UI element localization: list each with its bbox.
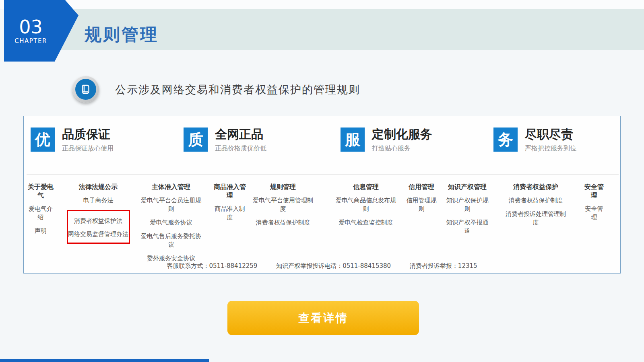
nav-link[interactable]: 爱电气售后服务委托协议 bbox=[139, 232, 203, 249]
nav-link[interactable]: 爱电气检查监控制度 bbox=[334, 218, 398, 227]
nav-link[interactable]: 网络交易监督管理办法 bbox=[68, 230, 129, 239]
nav-header[interactable]: 商品准入管理 bbox=[212, 183, 248, 200]
nav-link[interactable]: 爱电气介绍 bbox=[27, 205, 55, 222]
nav-link[interactable]: 消费者投诉处理管理制度 bbox=[504, 210, 568, 227]
nav-header[interactable]: 法律法规公示 bbox=[64, 183, 132, 191]
contact-ip-hotline: 知识产权举报投诉电话：0511-88415380 bbox=[276, 262, 391, 269]
chapter-number: 03 bbox=[19, 17, 43, 37]
nav-header[interactable]: 信息管理 bbox=[334, 183, 398, 191]
feature-due-diligence: 务 尽职尽责 严格把控服务到位 bbox=[493, 128, 576, 153]
nav-header[interactable]: 关于爱电气 bbox=[27, 183, 55, 200]
nav-link[interactable]: 爱电气服务协议 bbox=[139, 218, 203, 227]
feature-subtitle: 打造贴心服务 bbox=[372, 144, 432, 153]
nav-header[interactable]: 规则管理 bbox=[251, 183, 315, 191]
nav-col-about: 关于爱电气 爱电气介绍 声明 bbox=[27, 183, 55, 235]
feature-title: 尽职尽责 bbox=[525, 128, 576, 141]
nav-col-rules-management: 规则管理 爱电气平台使用管理制度 消费者权益保护制度 bbox=[251, 183, 315, 227]
site-footer-nav: 关于爱电气 爱电气介绍 声明 法律法规公示 电子商务法 消费者权益保护法 网络交… bbox=[27, 174, 619, 263]
page-title: 规则管理 bbox=[85, 23, 159, 46]
nav-link[interactable]: 消费者权益保护制度 bbox=[504, 196, 568, 205]
nav-link[interactable]: 声明 bbox=[27, 227, 55, 235]
nav-link[interactable]: 知识产权举报通道 bbox=[445, 218, 490, 235]
nav-link[interactable]: 信用管理规则 bbox=[405, 196, 438, 213]
contact-consumer-hotline: 消费者投诉举报：12315 bbox=[410, 262, 477, 269]
top-strip bbox=[0, 0, 644, 9]
nav-col-product-admission: 商品准入管理 商品准入制度 bbox=[212, 183, 248, 222]
nav-link[interactable]: 知识产权保护规则 bbox=[445, 196, 490, 213]
nav-col-entity-admission: 主体准入管理 爱电气平台会员注册规则 爱电气服务协议 爱电气售后服务委托协议 委… bbox=[139, 183, 203, 263]
contact-customer-service: 客服联系方式：0511-88412259 bbox=[167, 262, 257, 269]
feature-title: 品质保证 bbox=[62, 128, 114, 141]
nav-col-ip-management: 知识产权管理 知识产权保护规则 知识产权举报通道 bbox=[445, 183, 490, 235]
nav-header[interactable]: 消费者权益保护 bbox=[504, 183, 568, 191]
nav-col-credit-management: 信用管理 信用管理规则 bbox=[405, 183, 438, 213]
book-icon-circle bbox=[75, 79, 96, 100]
intro-text: 公示涉及网络交易和消费者权益保护的管理规则 bbox=[115, 82, 360, 97]
nav-link[interactable]: 消费者权益保护制度 bbox=[251, 218, 315, 227]
nav-header[interactable]: 安全管理 bbox=[582, 183, 606, 200]
nav-link[interactable]: 消费者权益保护法 bbox=[68, 217, 129, 225]
nav-link[interactable]: 电子商务法 bbox=[64, 196, 132, 205]
nav-header[interactable]: 信用管理 bbox=[405, 183, 438, 191]
feature-subtitle: 正品保证放心使用 bbox=[62, 144, 114, 153]
rules-panel: 优 品质保证 正品保证放心使用 质 全网正品 正品价格质优价低 服 定制化服务 … bbox=[23, 116, 621, 274]
book-icon bbox=[72, 76, 99, 103]
contact-info-line: 客服联系方式：0511-88412259 知识产权举报投诉电话：0511-884… bbox=[24, 262, 620, 270]
feature-badge-icon: 优 bbox=[31, 128, 55, 152]
nav-link[interactable]: 爱电气平台使用管理制度 bbox=[251, 196, 315, 213]
nav-link[interactable]: 爱电气商品信息发布规则 bbox=[334, 196, 398, 213]
nav-col-laws: 法律法规公示 电子商务法 消费者权益保护法 网络交易监督管理办法 bbox=[64, 183, 132, 244]
feature-badge-icon: 服 bbox=[341, 128, 365, 152]
feature-badge-icon: 务 bbox=[493, 128, 518, 152]
feature-quality-guarantee: 优 品质保证 正品保证放心使用 bbox=[31, 128, 114, 153]
nav-col-security-management: 安全管理 安全管理 bbox=[582, 183, 606, 222]
feature-badge-icon: 质 bbox=[184, 128, 208, 152]
chapter-badge: 03 CHAPTER bbox=[4, 0, 78, 62]
feature-subtitle: 正品价格质优价低 bbox=[215, 144, 266, 153]
chapter-label: CHAPTER bbox=[14, 37, 47, 45]
feature-subtitle: 严格把控服务到位 bbox=[525, 144, 576, 153]
bottom-accent-bar bbox=[0, 359, 209, 362]
slide-page: 03 CHAPTER 规则管理 公示涉及网络交易和消费者权益保护的管理规则 优 … bbox=[0, 0, 644, 362]
feature-genuine-products: 质 全网正品 正品价格质优价低 bbox=[184, 128, 266, 153]
nav-header[interactable]: 主体准入管理 bbox=[139, 183, 203, 191]
nav-link[interactable]: 安全管理 bbox=[582, 205, 606, 222]
nav-link[interactable]: 委外服务安全协议 bbox=[139, 254, 203, 263]
nav-link[interactable]: 爱电气平台会员注册规则 bbox=[139, 196, 203, 213]
feature-custom-service: 服 定制化服务 打造贴心服务 bbox=[341, 128, 432, 153]
feature-title: 全网正品 bbox=[215, 128, 266, 141]
feature-title: 定制化服务 bbox=[372, 128, 432, 141]
nav-col-consumer-protection: 消费者权益保护 消费者权益保护制度 消费者投诉处理管理制度 bbox=[504, 183, 568, 227]
view-details-button[interactable]: 查看详情 bbox=[227, 301, 419, 335]
highlight-red-box: 消费者权益保护法 网络交易监督管理办法 bbox=[67, 210, 130, 244]
nav-col-info-management: 信息管理 爱电气商品信息发布规则 爱电气检查监控制度 bbox=[334, 183, 398, 227]
nav-link[interactable]: 商品准入制度 bbox=[212, 205, 248, 222]
nav-header[interactable]: 知识产权管理 bbox=[445, 183, 490, 191]
